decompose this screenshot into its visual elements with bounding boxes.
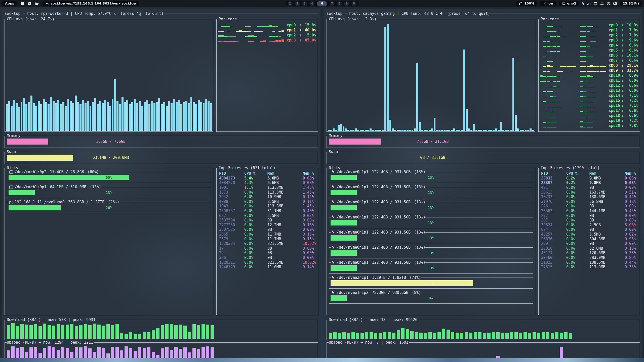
histogram-bar (13, 100, 15, 131)
process-mem-pct: 0.00% (625, 213, 637, 218)
process-cpu: 0.0% (244, 223, 267, 227)
apps-button[interactable]: Apps (2, 1, 17, 6)
histogram-bar (174, 325, 178, 339)
histogram-bar (426, 130, 428, 131)
core-name: cpu4 (609, 43, 620, 48)
memory-panel: Memory 7.8GB / 31.1GB (327, 136, 640, 148)
network-pill[interactable]: eno2 (559, 1, 579, 6)
histogram-bar (170, 324, 173, 339)
bell-icon[interactable] (600, 2, 604, 6)
histogram-bar (392, 128, 394, 131)
histogram-bar (79, 347, 83, 361)
disk-item: /dev/nvme0n1p1 122.4GB / 931.5GB (13%) 1… (329, 202, 533, 213)
process-row: 23807 0.2% 9.8MB 0.03% (541, 180, 637, 185)
disk-name: /dev/nvme2n1p1 (337, 275, 368, 280)
disk-header: /dev/mmcblk0p1 64.1MB / 510.0MB (13%) (7, 185, 211, 189)
terminal-window[interactable]: socktop — host: rpi-worker-3 | CPU Temp:… (2, 9, 320, 359)
spark-bar (587, 102, 590, 102)
terminal-title-pill[interactable]: ~: socktop ws://192.168.1.104:3031/ws - … (42, 1, 139, 6)
swap-title: Swap (7, 150, 17, 154)
histogram-bar (500, 122, 502, 131)
disk-header: /dev/nvme0n1p1 122.4GB / 931.5GB (13%) (329, 170, 533, 174)
histogram-bar (444, 130, 446, 131)
spark-bar (278, 31, 281, 32)
core-label: cpu20↓7.8% (609, 123, 638, 128)
histogram-bar (141, 106, 143, 131)
window-icon[interactable] (20, 2, 24, 6)
spark-bar (580, 96, 583, 97)
upload-panel: Upload (KB/s) — now: 1294 | peak: 2211 (5, 342, 318, 362)
histogram-bar (345, 128, 347, 131)
levels-icon[interactable] (587, 2, 591, 6)
volume-pill[interactable]: 100% (516, 1, 537, 6)
process-mem-pct: 0.00% (303, 246, 316, 251)
spark-bar (547, 26, 550, 27)
terminal-window[interactable]: socktop — host: cachyos-gaming | CPU Tem… (324, 9, 642, 359)
spark-bar (590, 117, 593, 117)
trend-arrow-icon: ↓ (620, 28, 625, 32)
core-label: cpu4↓6.6% (609, 43, 638, 48)
spark-bar (254, 31, 257, 32)
mail-icon[interactable] (28, 2, 32, 6)
process-pid: 30460 (541, 255, 566, 260)
spark-bar (281, 27, 284, 27)
process-pid: 3507534 (219, 218, 244, 222)
spark-bar (245, 36, 248, 37)
histogram-bar (329, 333, 332, 339)
process-mem-pct: 0.11% (303, 199, 316, 204)
workspace-pill[interactable]: 8 (337, 1, 342, 6)
workspace-pill[interactable]: 3 (302, 1, 307, 6)
spark-bar (580, 71, 583, 72)
histogram-bar (488, 130, 490, 131)
workspace-pill[interactable]: 9 (344, 1, 349, 6)
process-cpu: 0.0% (244, 251, 267, 255)
layers-icon[interactable] (593, 2, 597, 6)
disk-usage: 17.4GB / 28.8GB (50, 170, 84, 174)
histogram-bar (468, 128, 470, 131)
files-icon[interactable] (35, 2, 39, 6)
power-icon[interactable] (607, 2, 611, 6)
screen-layout-icon[interactable] (613, 2, 617, 6)
spark-bar (557, 46, 560, 47)
histogram-bar (415, 360, 418, 361)
histogram-bar (515, 115, 517, 131)
spark-bar (560, 71, 563, 72)
histogram-bar (533, 332, 536, 339)
histogram-bar (185, 101, 187, 131)
spark-bar (553, 107, 556, 107)
workspace-pill[interactable]: 1 (288, 1, 293, 6)
bluetooth-pill[interactable]: on (540, 1, 556, 6)
histogram-bar (569, 333, 572, 339)
power-profile-icon[interactable]: ϟ (582, 1, 585, 6)
core-row: cpu1↑40.0% (218, 27, 316, 32)
core-name: cpu17 (609, 108, 620, 113)
workspace-pill[interactable]: 4 (309, 1, 314, 6)
workspace-pill[interactable]: 6 (317, 1, 327, 6)
col-mem-pct: Mem % (625, 171, 637, 176)
spark-bar (590, 47, 593, 47)
clock-pill[interactable]: 23:32 Fri (620, 1, 642, 6)
histogram-bar (143, 348, 146, 361)
histogram-bar (134, 351, 137, 361)
histogram-bar (88, 348, 92, 361)
histogram-bar (102, 103, 104, 131)
histogram-bar (379, 333, 382, 339)
spark-bar (278, 36, 281, 37)
histogram-bar (493, 130, 495, 131)
spark-bar (563, 66, 566, 67)
spark-bar (272, 31, 275, 32)
spark-bar (550, 87, 553, 87)
process-mem-pct: 10.52% (303, 260, 316, 265)
process-mem-pct: 0.00% (303, 218, 316, 222)
workspace-pill[interactable]: 7 (330, 1, 335, 6)
histogram-bar (436, 130, 438, 131)
core-name: cpu0 (609, 23, 620, 27)
core-usage: 9.6% (625, 38, 638, 42)
spark-bar (583, 26, 586, 27)
trend-arrow-icon: ↓ (620, 108, 625, 113)
process-mem-pct: 0.00% (625, 218, 637, 222)
histogram-bar (29, 325, 33, 339)
workspace-pill[interactable]: 0 (351, 1, 356, 6)
spark-bar (547, 122, 550, 123)
workspace-pill[interactable]: 2 (295, 1, 300, 6)
